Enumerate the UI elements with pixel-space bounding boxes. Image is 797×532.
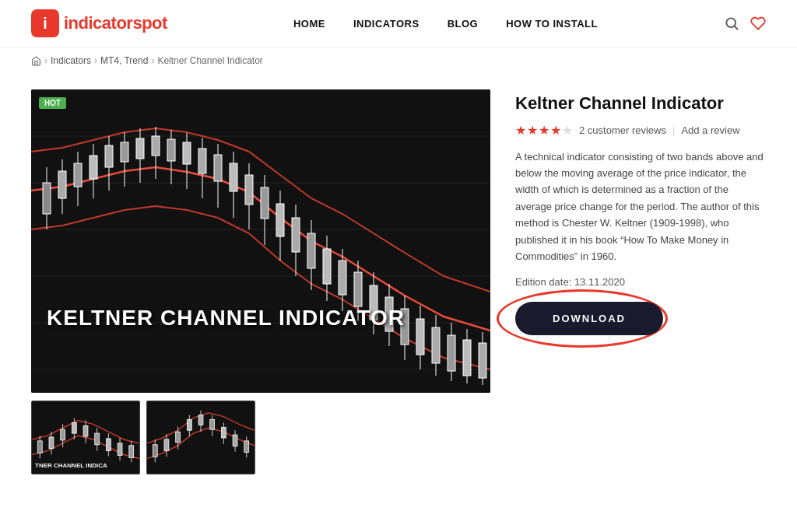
home-icon[interactable] bbox=[31, 56, 41, 66]
svg-rect-42 bbox=[276, 204, 284, 236]
left-column: HOT bbox=[31, 89, 490, 474]
svg-rect-87 bbox=[129, 446, 134, 458]
svg-rect-64 bbox=[448, 335, 455, 371]
thumb-chart-2 bbox=[147, 401, 255, 474]
svg-rect-34 bbox=[214, 155, 222, 181]
svg-rect-92 bbox=[164, 439, 169, 451]
svg-rect-60 bbox=[416, 319, 424, 355]
breadcrumb-mt4-trend[interactable]: MT4, Trend bbox=[100, 55, 148, 66]
star-3: ★ bbox=[539, 123, 549, 138]
main-product-image[interactable]: HOT bbox=[31, 89, 490, 393]
svg-rect-40 bbox=[261, 187, 269, 219]
svg-rect-38 bbox=[245, 175, 253, 205]
svg-rect-20 bbox=[105, 145, 113, 167]
breadcrumb-current: Keltner Channel Indicator bbox=[157, 55, 262, 66]
svg-rect-44 bbox=[292, 218, 300, 252]
right-column: Keltner Channel Indicator ★ ★ ★ ★ ★ 2 cu… bbox=[515, 89, 766, 474]
svg-rect-94 bbox=[176, 432, 181, 443]
svg-rect-98 bbox=[198, 415, 203, 425]
breadcrumb: › Indicators › MT4, Trend › Keltner Chan… bbox=[0, 47, 797, 74]
nav-how-to-install[interactable]: HOW TO INSTALL bbox=[506, 18, 598, 30]
logo-icon: i bbox=[31, 9, 59, 37]
nav-indicators[interactable]: INDICATORS bbox=[353, 18, 420, 30]
svg-rect-26 bbox=[152, 136, 160, 156]
thumbnail-2[interactable] bbox=[146, 401, 255, 474]
svg-rect-28 bbox=[167, 139, 175, 161]
svg-rect-96 bbox=[187, 419, 191, 430]
svg-line-3 bbox=[735, 26, 738, 30]
download-button[interactable]: DOWNLOAD bbox=[515, 302, 663, 335]
svg-rect-22 bbox=[121, 142, 128, 162]
main-nav: HOME INDICATORS BLOG HOW TO INSTALL bbox=[293, 18, 598, 30]
svg-rect-14 bbox=[58, 171, 66, 198]
nav-home[interactable]: HOME bbox=[293, 18, 325, 30]
svg-rect-16 bbox=[74, 163, 82, 187]
nav-blog[interactable]: BLOG bbox=[448, 18, 479, 30]
review-count: 2 customer reviews bbox=[579, 124, 666, 136]
svg-rect-52 bbox=[354, 272, 362, 306]
main-image-title: KELTNER CHANNEL INDICATOR bbox=[47, 306, 405, 331]
thumbnails: TNER CHANNEL INDICA bbox=[31, 401, 490, 474]
svg-rect-106 bbox=[244, 441, 249, 453]
svg-rect-102 bbox=[221, 427, 226, 438]
download-area: DOWNLOAD bbox=[515, 302, 663, 335]
svg-rect-18 bbox=[90, 156, 97, 179]
thumbnail-1[interactable]: TNER CHANNEL INDICA bbox=[31, 401, 140, 474]
svg-rect-81 bbox=[95, 433, 100, 445]
svg-rect-12 bbox=[43, 183, 51, 214]
svg-rect-32 bbox=[198, 149, 206, 173]
svg-rect-71 bbox=[37, 441, 42, 453]
star-4: ★ bbox=[550, 123, 561, 138]
star-2: ★ bbox=[527, 123, 538, 138]
main-content: HOT bbox=[0, 74, 797, 498]
svg-rect-48 bbox=[323, 249, 331, 284]
svg-rect-77 bbox=[72, 422, 76, 433]
svg-rect-83 bbox=[106, 439, 111, 451]
breadcrumb-indicators[interactable]: Indicators bbox=[51, 55, 91, 66]
logo-text: indicatorspot bbox=[64, 13, 167, 33]
svg-rect-73 bbox=[49, 437, 54, 449]
svg-rect-79 bbox=[83, 425, 88, 436]
svg-rect-68 bbox=[479, 343, 486, 378]
svg-rect-104 bbox=[233, 435, 237, 446]
svg-rect-62 bbox=[432, 327, 440, 363]
header-icons bbox=[724, 16, 766, 31]
star-5: ★ bbox=[562, 123, 573, 138]
chart-image bbox=[31, 89, 490, 393]
svg-rect-36 bbox=[230, 163, 237, 191]
edition-date: Edition date: 13.11.2020 bbox=[515, 276, 766, 288]
svg-rect-66 bbox=[463, 340, 471, 376]
svg-rect-46 bbox=[307, 233, 315, 268]
svg-rect-30 bbox=[183, 142, 191, 164]
product-title: Keltner Channel Indicator bbox=[515, 93, 766, 115]
wishlist-icon[interactable] bbox=[750, 16, 766, 31]
svg-rect-90 bbox=[153, 445, 157, 457]
svg-rect-75 bbox=[61, 429, 65, 440]
svg-rect-50 bbox=[339, 261, 346, 295]
logo[interactable]: i indicatorspot bbox=[31, 9, 167, 37]
svg-rect-85 bbox=[118, 443, 122, 456]
svg-rect-100 bbox=[210, 419, 215, 429]
star-1: ★ bbox=[515, 123, 526, 138]
thumb-title-1: TNER CHANNEL INDICA bbox=[35, 462, 107, 469]
svg-text:i: i bbox=[43, 15, 47, 32]
hot-badge: HOT bbox=[39, 97, 66, 109]
stars: ★ ★ ★ ★ ★ bbox=[515, 123, 573, 138]
rating-row: ★ ★ ★ ★ ★ 2 customer reviews | Add a rev… bbox=[515, 123, 766, 138]
search-icon[interactable] bbox=[724, 16, 739, 31]
add-review-link[interactable]: Add a review bbox=[681, 124, 739, 136]
svg-rect-24 bbox=[136, 138, 144, 159]
product-description: A technical indicator consisting of two … bbox=[515, 149, 766, 265]
header: i indicatorspot HOME INDICATORS BLOG HOW… bbox=[0, 0, 797, 47]
